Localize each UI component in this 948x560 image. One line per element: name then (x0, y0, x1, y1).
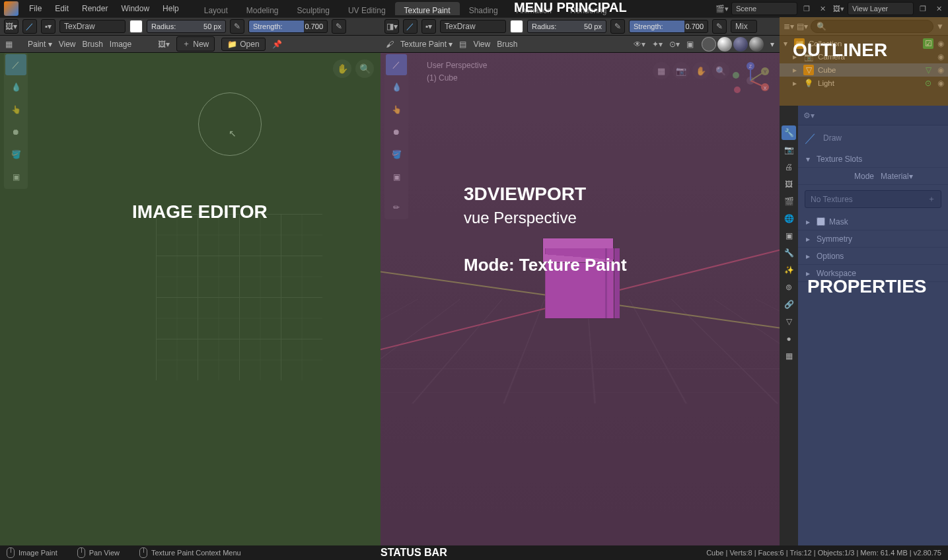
options-section[interactable]: ▸Options (798, 248, 948, 265)
tool-mask-icon[interactable]: ▣ (386, 166, 407, 188)
filter-funnel-icon[interactable]: ▼ (936, 22, 944, 31)
tool-draw-icon[interactable]: ／ (5, 54, 26, 75)
zoom-icon[interactable]: 🔍 (712, 62, 729, 79)
mesh-data-icon[interactable]: ▽ (923, 65, 933, 75)
tab-sculpting[interactable]: Sculpting (288, 2, 339, 15)
tab-texture-paint[interactable]: Texture Paint (395, 2, 460, 15)
visibility-icon[interactable]: ◉ (937, 52, 944, 61)
brush-color-swatch[interactable] (510, 20, 523, 33)
tool-soften-icon[interactable]: 💧 (386, 77, 407, 98)
tool-clone-icon[interactable]: ⏺ (386, 122, 407, 143)
strength-pressure-icon[interactable]: ✎ (712, 19, 727, 34)
image-browse-icon[interactable]: 🖼▾ (158, 40, 170, 49)
texture-slots-section[interactable]: ▾Texture Slots (798, 151, 948, 168)
menu-file[interactable]: File (22, 0, 48, 17)
hdr-view[interactable]: View (473, 40, 490, 49)
mode-icon[interactable]: 🖌 (386, 40, 394, 49)
radius-field[interactable]: Radius: 50 px (147, 20, 226, 33)
hdr-view[interactable]: View (59, 40, 76, 49)
menu-help[interactable]: Help (156, 0, 186, 17)
menu-edit[interactable]: Edit (48, 0, 75, 17)
tab-render-icon[interactable]: 📷 (782, 143, 796, 157)
shading-options-icon[interactable]: ▾ (770, 40, 774, 49)
tab-modeling[interactable]: Modeling (237, 2, 288, 15)
mode-select[interactable]: Paint ▾ (28, 40, 52, 49)
tab-constraints-icon[interactable]: 🔗 (782, 297, 796, 312)
tool-mask-icon[interactable]: ▣ (5, 166, 26, 188)
tab-active-tool-icon[interactable]: 🔧 (782, 125, 796, 140)
brush-name-field[interactable]: TexDraw (440, 20, 506, 33)
display-mode-icon[interactable]: ≣▾ (784, 22, 794, 31)
shading-solid-icon[interactable] (717, 37, 732, 52)
pan-icon[interactable]: ✋ (692, 62, 710, 79)
gizmo-icon[interactable]: ✦▾ (652, 40, 663, 49)
visibility-icon[interactable]: ◉ (937, 39, 944, 48)
scene-new-icon[interactable]: ❐ (800, 2, 813, 15)
open-image-button[interactable]: 📁 Open (221, 38, 265, 51)
viewlayer-new-icon[interactable]: ❐ (916, 2, 930, 15)
tool-fill-icon[interactable]: 🪣 (386, 144, 407, 165)
tab-physics-icon[interactable]: ⊚ (782, 280, 796, 295)
mode-select[interactable]: Texture Paint ▾ (400, 40, 453, 49)
tool-annotate-icon[interactable]: ✏ (386, 197, 407, 218)
brush-icon[interactable]: ／ (22, 19, 37, 34)
tool-smear-icon[interactable]: 👆 (5, 99, 26, 120)
menu-render[interactable]: Render (75, 0, 114, 17)
xray-icon[interactable]: ▣ (686, 40, 694, 49)
radius-field[interactable]: Radius: 50 px (527, 20, 606, 33)
uv-overlay-icon[interactable]: ▦ (5, 40, 21, 49)
symmetry-section[interactable]: ▸Symmetry (798, 230, 948, 248)
new-image-button[interactable]: ＋ New (176, 36, 215, 52)
tab-scene-icon[interactable]: 🎬 (782, 194, 796, 209)
hdr-brush[interactable]: Brush (83, 40, 103, 49)
viewlayer-delete-icon[interactable]: ✕ (932, 2, 945, 15)
brush-browse-icon[interactable]: ▪▾ (41, 19, 55, 34)
brush-icon[interactable]: ／ (403, 19, 418, 34)
tab-shading[interactable]: Shading (460, 2, 507, 15)
scene-browse-icon[interactable]: 🎬▾ (715, 2, 729, 15)
editor-type-icon[interactable]: 🖼▾ (4, 19, 18, 34)
shading-rendered-icon[interactable] (749, 37, 764, 52)
light-data-icon[interactable]: ⊙ (923, 78, 933, 88)
tab-uv-editing[interactable]: UV Editing (339, 2, 395, 15)
toggle-camera-icon[interactable]: 📷 (673, 62, 690, 79)
orbit-gizmo[interactable]: X Y Z (732, 62, 769, 99)
add-texture-button[interactable]: ＋ (928, 193, 935, 205)
viewport-region[interactable]: ／ 💧 👆 ⏺ 🪣 ▣ ✏ User Perspective (1) Cube … (381, 53, 780, 545)
brush-browse-icon[interactable]: ▪▾ (421, 19, 436, 34)
header-visibility-icon[interactable]: ▤ (459, 40, 466, 49)
filter-icon[interactable]: ▤▾ (797, 22, 808, 31)
scene-name-input[interactable] (731, 2, 797, 15)
shading-wireframe-icon[interactable] (702, 37, 716, 52)
tab-modifier-icon[interactable]: 🔧 (782, 246, 796, 260)
mask-section[interactable]: ▸Mask (798, 213, 948, 230)
tab-texture-icon[interactable]: ▦ (782, 349, 796, 363)
tab-layout[interactable]: Layout (195, 2, 237, 15)
radius-pressure-icon[interactable]: ✎ (230, 19, 244, 34)
visibility-icon[interactable]: ◉ (937, 79, 944, 88)
pin-icon[interactable]: 📌 (272, 40, 282, 49)
zoom-icon[interactable]: 🔍 (355, 59, 374, 78)
pan-icon[interactable]: ✋ (333, 59, 351, 78)
brush-color-swatch[interactable] (129, 20, 143, 33)
tab-material-icon[interactable]: ● (782, 332, 796, 346)
radius-pressure-icon[interactable]: ✎ (610, 19, 625, 34)
tab-world-icon[interactable]: 🌐 (782, 211, 796, 226)
camera-view-icon[interactable]: ▦ (653, 62, 670, 79)
hdr-brush[interactable]: Brush (497, 40, 517, 49)
mode-select[interactable]: Material▾ (881, 172, 940, 181)
tool-draw-icon[interactable]: ／ (386, 54, 407, 75)
hdr-image[interactable]: Image (110, 40, 131, 49)
tab-output-icon[interactable]: 🖨 (782, 160, 796, 174)
snap-icon[interactable]: ⊙▾ (669, 40, 680, 49)
tab-object-icon[interactable]: ▣ (782, 228, 796, 243)
tool-smear-icon[interactable]: 👆 (386, 99, 407, 120)
strength-field[interactable]: Strength: 0.700 (629, 20, 708, 33)
tab-particles-icon[interactable]: ✨ (782, 263, 796, 277)
outliner-search-input[interactable]: 🔍 (811, 20, 933, 33)
collection-toggle-icon[interactable]: ☑ (923, 38, 933, 49)
viewlayer-name-input[interactable] (848, 2, 914, 15)
tool-fill-icon[interactable]: 🪣 (5, 144, 26, 165)
scene-delete-icon[interactable]: ✕ (816, 2, 829, 15)
editor-type-icon[interactable]: ◨▾ (384, 19, 399, 34)
